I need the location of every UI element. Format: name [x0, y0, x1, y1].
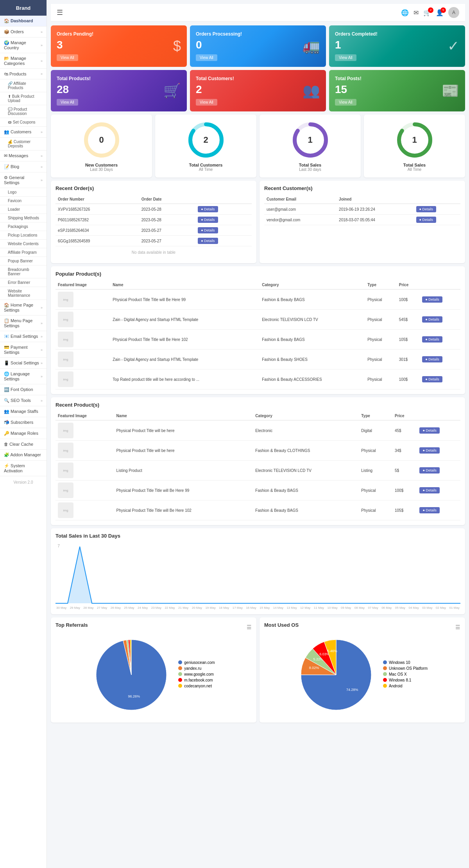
sidebar-icon: 💰 Customer Deposits	[8, 140, 43, 148]
sidebar-icon: 🏠 Home Page Settings	[4, 303, 41, 312]
sidebar-item-font-option[interactable]: 🔤 Font Option	[0, 384, 47, 395]
chart-xlabel: 18 May	[219, 606, 229, 610]
view-all-btn[interactable]: View All	[335, 54, 356, 61]
most-used-os-menu-btn[interactable]: ☰	[455, 624, 460, 630]
sidebar-item-seo-tools[interactable]: 🔍 SEO Tools»	[0, 395, 47, 406]
sidebar-item-subscribers[interactable]: 📬 Subscribers	[0, 417, 47, 428]
sidebar-item-set-coupons[interactable]: 🎟 Set Coupons	[0, 118, 47, 127]
col-order-num: Order Number	[55, 195, 139, 204]
recent-customers-card: Recent Customer(s) Customer Email Joined…	[260, 181, 465, 263]
rec-details-btn[interactable]: ● Details	[419, 487, 439, 493]
pop-details-btn[interactable]: ● Details	[422, 336, 442, 343]
sidebar-item-menu-page-settings[interactable]: 📋 Menu Page Settings»	[0, 316, 47, 331]
pop-details-btn[interactable]: ● Details	[422, 376, 442, 382]
rec-prod-action: ● Details	[417, 420, 460, 441]
sidebar-item-website-contents[interactable]: Website Contents	[0, 240, 47, 248]
sidebar-item-blog[interactable]: 📝 Blog»	[0, 161, 47, 172]
recent-orders-card: Recent Order(s) Order Number Order Date …	[51, 181, 256, 263]
sidebar-item-bulk-product-upload[interactable]: ⬆ Bulk Product Upload	[0, 92, 47, 105]
details-btn[interactable]: ● Details	[198, 238, 218, 244]
avatar[interactable]: A	[448, 7, 459, 18]
circle-card-1: 2 Total Customers All Time	[155, 115, 256, 178]
top-referrals-menu-btn[interactable]: ☰	[247, 624, 252, 630]
prod-price: 301$	[397, 350, 420, 369]
order-action: ● Details	[195, 215, 252, 225]
hamburger-icon[interactable]: ☰	[57, 8, 63, 17]
cart-icon[interactable]: 🛒2	[423, 9, 431, 16]
sidebar-item-orders[interactable]: 📦 Orders»	[0, 27, 47, 38]
rec-details-btn[interactable]: ● Details	[419, 467, 439, 473]
sidebar-icon: 📦 Orders	[4, 29, 24, 34]
details-btn[interactable]: ● Details	[198, 206, 218, 212]
legend-label: m.facebook.com	[184, 678, 213, 682]
pop-details-btn[interactable]: ● Details	[422, 316, 442, 323]
sidebar-item-popup-banner[interactable]: Popup Banner	[0, 257, 47, 265]
sidebar-icon: Popup Banner	[8, 259, 33, 263]
table-row: img Zain - Digital Agency and Startup HT…	[55, 350, 460, 369]
rec-details-btn[interactable]: ● Details	[419, 507, 439, 513]
sidebar-item-manage-roles[interactable]: 🔑 Manage Roles	[0, 428, 47, 439]
prod-img: img	[55, 369, 110, 389]
sidebar-item-affiliate-program[interactable]: Affiliate Program	[0, 248, 47, 257]
sidebar-item-loader[interactable]: Loader	[0, 205, 47, 214]
details-btn[interactable]: ● Details	[198, 227, 218, 233]
legend-item: Unknown OS Platform	[383, 666, 428, 671]
pop-details-btn[interactable]: ● Details	[422, 296, 442, 303]
sidebar-item-system-activation[interactable]: ⚡ System Activation	[0, 461, 47, 476]
sidebar-item-website-maintenance[interactable]: Website Maintenance	[0, 287, 47, 300]
rec-prod-cat: Fashion & Beauty CLOTHINGS	[253, 441, 359, 461]
sidebar-item-error-banner[interactable]: Error Banner	[0, 278, 47, 287]
view-all-btn[interactable]: View All	[57, 54, 78, 61]
sidebar-item-email-settings[interactable]: 📧 Email Settings»	[0, 331, 47, 342]
stat-card-value: 28	[57, 83, 181, 96]
rec-details-btn[interactable]: ● Details	[419, 427, 439, 434]
view-all-btn[interactable]: View All	[57, 99, 78, 106]
sidebar-item-pickup-locations[interactable]: Pickup Locations	[0, 231, 47, 240]
cust-details-btn[interactable]: ● Details	[416, 217, 436, 223]
col-act-r	[417, 412, 460, 420]
legend-dot	[383, 660, 387, 664]
sidebar-item-affiliate-products[interactable]: 🔗 Affiliate Products	[0, 79, 47, 92]
rec-details-btn[interactable]: ● Details	[419, 447, 439, 454]
sidebar-item-manage-country[interactable]: 🌍 Manage Country»	[0, 38, 47, 53]
sidebar-item-payment-settings[interactable]: 💳 Payment Settings»	[0, 342, 47, 358]
stat-card-title: Orders Completed!	[335, 31, 459, 37]
stat-card-title: Total Customers!	[196, 76, 320, 81]
pop-details-btn[interactable]: ● Details	[422, 356, 442, 362]
sidebar-item-customers[interactable]: 👥 Customers»	[0, 127, 47, 138]
sidebar-item-clear-cache[interactable]: 🗑 Clear Cache	[0, 439, 47, 450]
sidebar-item-manage-staffs[interactable]: 👥 Manage Staffs	[0, 406, 47, 417]
sidebar-item-addon-manager[interactable]: 🧩 Addon Manager	[0, 450, 47, 461]
chart-xlabel: 19 May	[205, 606, 215, 610]
cust-details-btn[interactable]: ● Details	[416, 206, 436, 212]
sidebar-item-dashboard[interactable]: 🏠 Dashboard	[0, 16, 47, 27]
sidebar-item-customer-deposits[interactable]: 💰 Customer Deposits	[0, 138, 47, 151]
details-btn[interactable]: ● Details	[198, 217, 218, 223]
sidebar-item-home-page-settings[interactable]: 🏠 Home Page Settings»	[0, 300, 47, 316]
sidebar-item-manage-categories[interactable]: 📂 Manage Categories»	[0, 53, 47, 69]
sidebar-item-shipping-methods[interactable]: Shipping Methods	[0, 214, 47, 222]
sidebar-item-product-discussion[interactable]: 💬 Product Discussion	[0, 105, 47, 118]
sidebar-item-favicon[interactable]: Favicon	[0, 197, 47, 205]
email-icon[interactable]: ✉	[414, 9, 419, 16]
sidebar-item-language-settings[interactable]: 🌐 Language Settings»	[0, 369, 47, 384]
view-all-btn[interactable]: View All	[196, 99, 217, 106]
view-all-btn[interactable]: View All	[196, 54, 217, 61]
table-row: img Physical Product Title Title will Be…	[55, 289, 460, 310]
globe-icon[interactable]: 🌐	[401, 9, 409, 16]
notifications-icon[interactable]: 👤5	[436, 9, 444, 16]
col-cust-action	[414, 195, 460, 204]
sidebar-item-general-settings[interactable]: ⚙ General Settings»	[0, 172, 47, 188]
sidebar-item-social-settings[interactable]: 📱 Social Settings»	[0, 358, 47, 369]
sidebar-item-products[interactable]: 🛍 Products»	[0, 69, 47, 79]
sidebar-icon: 🌍 Manage Country	[4, 40, 41, 50]
cust-joined: 2018-03-07 05:05:44	[337, 215, 414, 225]
view-all-btn[interactable]: View All	[335, 99, 356, 106]
sidebar-item-breadcrumb-banner[interactable]: Breadcrumb Banner	[0, 265, 47, 278]
most-used-os-title: Most Used OS	[264, 622, 299, 628]
rec-prod-name: Physical Product Title Title will Be Her…	[114, 481, 253, 500]
sidebar-item-packagings[interactable]: Packagings	[0, 222, 47, 231]
sidebar-item-messages[interactable]: ✉ Messages»	[0, 151, 47, 161]
sidebar-item-logo[interactable]: Logo	[0, 188, 47, 197]
product-image: img	[58, 371, 73, 387]
